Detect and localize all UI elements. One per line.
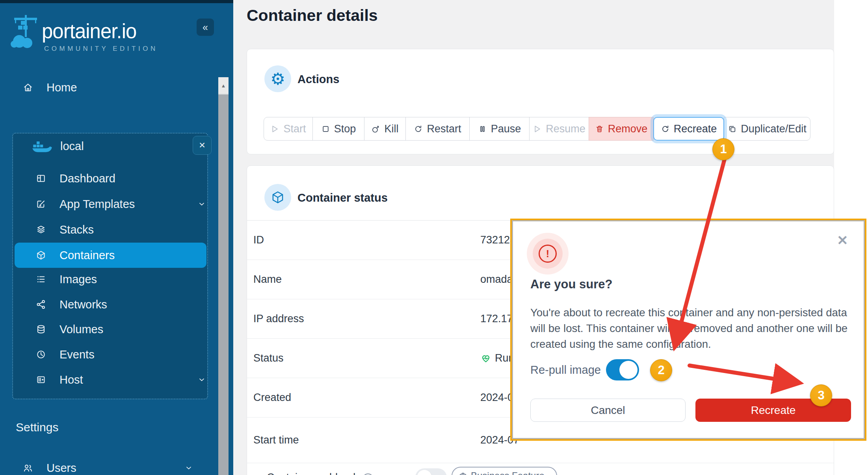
portainer-app: portainer.io COMMUNITY EDITION « Home lo… xyxy=(0,0,868,475)
copy-icon xyxy=(728,124,737,134)
environment-group: local ✕ Dashboard App Templates Stacks C… xyxy=(12,133,208,399)
sidebar-scrollbar-thumb[interactable] xyxy=(218,95,229,475)
sidebar-collapse-button[interactable]: « xyxy=(197,19,214,36)
annotation-step-badge-1: 1 xyxy=(712,138,734,160)
button-label: Restart xyxy=(427,123,461,135)
alert-icon-halo: ! xyxy=(527,233,569,275)
networks-icon xyxy=(36,299,46,310)
sidebar-item-users[interactable]: Users xyxy=(0,455,213,475)
docker-whale-icon xyxy=(32,139,52,154)
badge-number: 1 xyxy=(720,142,727,156)
sidebar-item-stacks[interactable]: Stacks xyxy=(15,217,206,242)
repull-image-toggle-on[interactable] xyxy=(606,359,639,380)
environment-name: local xyxy=(60,140,84,153)
row-label: Created xyxy=(253,392,291,404)
portainer-logo-icon xyxy=(10,13,40,50)
gear-icon: ⚙ xyxy=(270,69,285,89)
sidebar-scrollbar-up-button[interactable]: ▲ xyxy=(218,77,229,94)
dialog-body-text: You're about to recreate this container … xyxy=(530,305,853,352)
kill-button[interactable]: Kill xyxy=(364,117,406,141)
status-icon-circle xyxy=(264,184,291,211)
button-label: Pause xyxy=(491,123,521,135)
help-icon[interactable]: ? xyxy=(362,473,374,475)
restart-icon xyxy=(414,124,423,134)
scroll-up-icon: ▲ xyxy=(221,83,226,89)
users-icon xyxy=(23,463,33,473)
page-title: Container details xyxy=(247,6,378,25)
images-list-icon xyxy=(36,274,46,284)
sidebar-item-label: Containers xyxy=(59,249,115,262)
sidebar-item-dashboard[interactable]: Dashboard xyxy=(15,166,206,191)
container-actions-toolbar: Start Stop Kill Restart Pause Resume xyxy=(264,117,810,141)
restart-button[interactable]: Restart xyxy=(405,117,470,141)
sidebar-top-strip xyxy=(0,0,233,3)
logo-wordmark: portainer.io xyxy=(42,20,136,43)
cancel-button[interactable]: Cancel xyxy=(530,399,686,422)
resume-button[interactable]: Resume xyxy=(529,117,589,141)
row-value: omada xyxy=(480,273,513,286)
button-label: Kill xyxy=(384,123,398,135)
button-label: Remove xyxy=(608,123,648,135)
play-icon xyxy=(270,124,279,134)
duplicate-edit-button[interactable]: Duplicate/Edit xyxy=(724,117,810,141)
home-icon xyxy=(23,82,33,93)
sidebar-item-home[interactable]: Home xyxy=(0,75,213,100)
alert-glyph: ! xyxy=(546,248,549,260)
sidebar-item-networks[interactable]: Networks xyxy=(15,292,206,317)
sidebar-item-label: Volumes xyxy=(59,323,103,336)
stop-square-icon xyxy=(321,124,330,134)
chevron-down-icon xyxy=(197,200,206,208)
row-value: 732123 xyxy=(480,234,516,246)
recreate-refresh-icon xyxy=(661,124,670,134)
collapse-icon: « xyxy=(203,22,208,33)
stacks-icon xyxy=(36,225,46,235)
sidebar-item-volumes[interactable]: Volumes xyxy=(15,317,206,342)
sidebar-item-events[interactable]: Events xyxy=(15,342,206,367)
remove-button[interactable]: Remove xyxy=(589,117,654,141)
sidebar-item-label: Home xyxy=(46,81,77,94)
sidebar-item-label: Networks xyxy=(59,298,107,311)
sidebar-item-settings[interactable]: Settings xyxy=(16,415,58,440)
button-label: Start xyxy=(283,123,306,135)
actions-panel: ⚙ Actions Start Stop Kill Restart Pau xyxy=(247,49,834,154)
app-templates-icon xyxy=(36,199,46,209)
alert-icon-halo-inner: ! xyxy=(533,239,563,269)
volumes-icon xyxy=(36,324,46,334)
sidebar-item-label: App Templates xyxy=(59,198,135,211)
button-label: Recreate xyxy=(751,404,796,417)
close-icon: ✕ xyxy=(199,141,206,150)
stop-button[interactable]: Stop xyxy=(312,117,364,141)
sidebar-item-host[interactable]: Host xyxy=(15,367,206,392)
cube-icon xyxy=(271,190,285,204)
bomb-icon xyxy=(371,124,380,134)
button-label: Duplicate/Edit xyxy=(741,123,807,135)
sidebar-item-label: Dashboard xyxy=(59,172,115,185)
sidebar-item-label: Settings xyxy=(16,421,58,434)
sidebar-item-app-templates[interactable]: App Templates xyxy=(15,191,206,217)
environment-close-button[interactable]: ✕ xyxy=(193,136,212,155)
start-button[interactable]: Start xyxy=(264,117,313,141)
badge-number: 2 xyxy=(658,363,664,377)
recreate-button[interactable]: Recreate xyxy=(653,117,724,141)
button-label: Stop xyxy=(334,123,356,135)
business-feature-badge[interactable]: Business Feature xyxy=(452,467,557,475)
alert-exclamation-icon: ! xyxy=(539,245,557,263)
heartbeat-icon xyxy=(480,353,491,364)
dialog-close-button[interactable]: ✕ xyxy=(837,232,848,248)
sidebar-item-label: Images xyxy=(59,273,97,286)
sidebar-item-label: Users xyxy=(46,462,76,475)
environment-header-local[interactable]: local xyxy=(13,134,209,159)
button-label: Cancel xyxy=(591,404,625,417)
sidebar: portainer.io COMMUNITY EDITION « Home lo… xyxy=(0,0,233,475)
sidebar-item-containers[interactable]: Containers xyxy=(15,243,206,268)
webhook-toggle-off[interactable] xyxy=(415,468,447,475)
pause-button[interactable]: Pause xyxy=(469,117,530,141)
host-icon xyxy=(36,375,46,385)
row-label: Name xyxy=(253,273,282,286)
actions-title: Actions xyxy=(297,73,339,86)
sidebar-item-images[interactable]: Images xyxy=(15,267,206,292)
row-label: Status xyxy=(253,352,284,364)
business-feature-label: Business Feature xyxy=(471,470,545,475)
toggle-knob xyxy=(619,361,638,379)
containers-cube-icon xyxy=(36,250,46,260)
